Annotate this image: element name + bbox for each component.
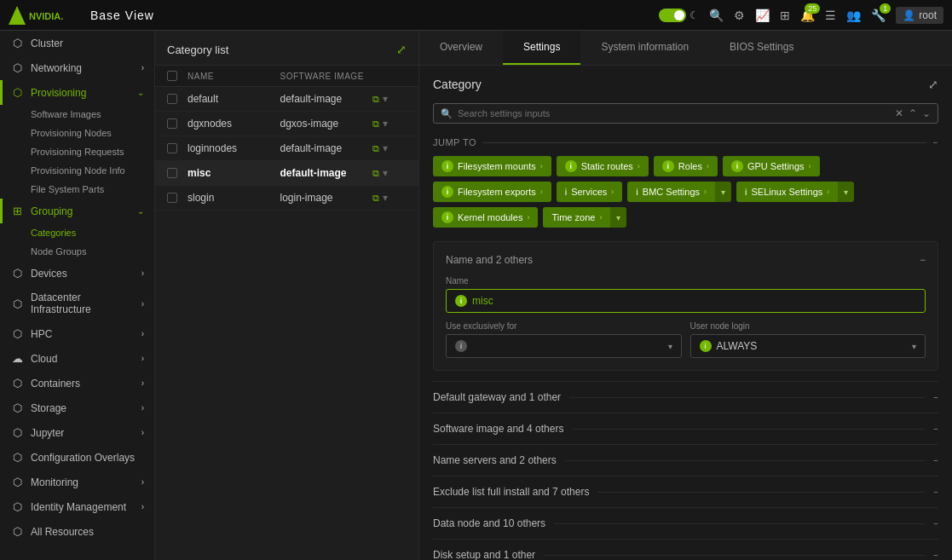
table-row[interactable]: dgxnodes dgxos-image ⧉ ▾ — [155, 112, 418, 136]
dropdown-arrow-icon[interactable]: ▾ — [912, 342, 916, 351]
collapse-icon[interactable]: − — [933, 393, 938, 402]
tab-bios[interactable]: BIOS Settings — [709, 31, 814, 65]
collapse-icon[interactable]: − — [933, 456, 938, 465]
collapse-icon[interactable]: − — [933, 488, 938, 497]
chip-kernel-modules[interactable]: i Kernel modules › — [433, 207, 538, 228]
sidebar-item-datacenter[interactable]: ⬡ Datacenter Infrastructure › — [0, 286, 154, 321]
chip-group-services[interactable]: i Services › — [557, 182, 623, 202]
sidebar-item-jupyter[interactable]: ⬡ Jupyter › — [0, 420, 154, 445]
chevron-up-icon[interactable]: ⌃ — [909, 107, 917, 119]
name-input[interactable] — [472, 295, 916, 307]
clear-icon[interactable]: ✕ — [895, 107, 903, 119]
more-icon[interactable]: ▾ — [383, 167, 388, 179]
search-input[interactable] — [458, 108, 895, 118]
grid-icon[interactable]: ⊞ — [780, 9, 790, 22]
chip-expand-button[interactable]: ▾ — [715, 182, 731, 202]
expand-icon[interactable]: ⤢ — [396, 43, 407, 56]
chip-services-main[interactable]: i Services › — [557, 182, 623, 202]
sidebar-item-cloud[interactable]: ☁ Cloud › — [0, 346, 154, 371]
sidebar-item-containers[interactable]: ⬡ Containers › — [0, 371, 154, 395]
select-all-checkbox[interactable] — [167, 71, 177, 81]
collapsible-header[interactable]: Software image and 4 others − — [433, 413, 938, 444]
sidebar-item-software-images[interactable]: Software Images — [31, 105, 154, 124]
sidebar-item-provisioning-requests[interactable]: Provisioning Requests — [31, 142, 154, 161]
collapse-icon[interactable]: − — [920, 254, 926, 266]
collapse-icon[interactable]: − — [933, 519, 938, 528]
sidebar-item-node-groups[interactable]: Node Groups — [31, 242, 154, 261]
name-input-wrapper[interactable]: i — [446, 289, 926, 313]
row-checkbox[interactable] — [167, 94, 177, 104]
theme-toggle[interactable]: ☾ — [659, 9, 699, 22]
collapse-icon[interactable]: − — [933, 551, 938, 560]
sidebar-item-provisioning-nodes[interactable]: Provisioning Nodes — [31, 124, 154, 142]
tab-system-info[interactable]: System information — [580, 31, 709, 65]
users-icon[interactable]: 👥 — [846, 9, 861, 22]
row-checkbox[interactable] — [167, 143, 177, 153]
sidebar-item-grouping[interactable]: ⊞ Grouping ⌄ — [0, 199, 154, 223]
more-icon[interactable]: ▾ — [383, 192, 388, 204]
collapsible-header[interactable]: Name servers and 2 others − — [433, 445, 938, 476]
more-icon[interactable]: ▾ — [383, 118, 388, 130]
sidebar-item-hpc[interactable]: ⬡ HPC › — [0, 321, 154, 346]
external-link-icon[interactable]: ⧉ — [372, 94, 379, 105]
sidebar-item-storage[interactable]: ⬡ Storage › — [0, 395, 154, 420]
more-icon[interactable]: ▾ — [383, 142, 388, 154]
table-row[interactable]: misc default-image ⧉ ▾ — [155, 161, 418, 186]
user-node-login-select[interactable]: i ALWAYS ▾ — [690, 334, 926, 358]
sidebar-item-categories[interactable]: Categories — [31, 223, 154, 242]
collapse-icon[interactable]: − — [933, 138, 938, 147]
external-link-icon[interactable]: ⧉ — [372, 193, 379, 204]
chip-selinux-main[interactable]: i SELinux Settings › — [736, 182, 838, 202]
collapse-icon[interactable]: − — [933, 424, 938, 434]
table-row[interactable]: loginnodes default-image ⧉ ▾ — [155, 136, 418, 161]
search-bar[interactable]: 🔍 ✕ ⌃ ⌄ — [433, 103, 938, 124]
external-link-icon[interactable]: ⧉ — [372, 168, 379, 179]
chip-bmc-main[interactable]: i BMC Settings › — [627, 182, 715, 202]
row-checkbox[interactable] — [167, 118, 177, 129]
chip-group-selinux[interactable]: i SELinux Settings › ▾ — [736, 182, 854, 202]
external-link-icon[interactable]: ⧉ — [372, 118, 379, 130]
chip-filesystem-exports[interactable]: i Filesystem exports › — [433, 182, 551, 202]
sidebar-item-config-overlays[interactable]: ⬡ Configuration Overlays — [0, 445, 154, 470]
sidebar-item-file-system-parts[interactable]: File System Parts — [31, 180, 154, 199]
chip-group-bmc[interactable]: i BMC Settings › ▾ — [627, 182, 731, 202]
chip-expand-button[interactable]: ▾ — [838, 182, 854, 202]
sidebar-item-monitoring[interactable]: ⬡ Monitoring › — [0, 470, 154, 494]
search-icon[interactable]: 🔍 — [709, 9, 724, 22]
more-icon[interactable]: ▾ — [383, 93, 388, 105]
sidebar-item-provisioning-node-info[interactable]: Provisioning Node Info — [31, 161, 154, 180]
sidebar-item-all-resources[interactable]: ⬡ All Resources — [0, 519, 154, 544]
dropdown-arrow-icon[interactable]: ▾ — [668, 342, 672, 351]
collapsible-header[interactable]: Exclude list full install and 7 others − — [433, 476, 938, 507]
chart-icon[interactable]: 📈 — [755, 9, 770, 22]
tab-overview[interactable]: Overview — [419, 31, 503, 65]
sidebar-item-provisioning[interactable]: ⬡ Provisioning ⌄ — [0, 80, 154, 105]
sidebar-item-networking[interactable]: ⬡ Networking › — [0, 55, 154, 80]
table-row[interactable]: slogin login-image ⧉ ▾ — [155, 186, 418, 211]
chip-gpu-settings[interactable]: i GPU Settings › — [723, 156, 820, 176]
table-row[interactable]: default default-image ⧉ ▾ — [155, 87, 418, 112]
collapsible-header[interactable]: Data node and 10 others − — [433, 508, 938, 539]
sidebar-item-devices[interactable]: ⬡ Devices › — [0, 261, 154, 286]
user-button[interactable]: 👤 root — [896, 7, 943, 24]
list-icon[interactable]: ☰ — [825, 9, 836, 22]
chevron-down-icon[interactable]: ⌄ — [922, 107, 931, 119]
external-link-icon[interactable]: ⧉ — [372, 143, 379, 154]
chip-timezone-main[interactable]: Time zone › — [543, 207, 610, 228]
row-checkbox[interactable] — [167, 168, 177, 178]
gear-icon[interactable]: ⚙ — [734, 9, 745, 22]
row-checkbox[interactable] — [167, 193, 177, 203]
chip-expand-button[interactable]: ▾ — [610, 207, 626, 228]
sidebar-item-cluster[interactable]: ⬡ Cluster — [0, 31, 154, 55]
collapsible-header[interactable]: Default gateway and 1 other − — [433, 382, 938, 413]
chip-filesystem-mounts[interactable]: i Filesystem mounts › — [433, 156, 551, 176]
chip-group-timezone[interactable]: Time zone › ▾ — [543, 207, 626, 228]
collapsible-header[interactable]: Disk setup and 1 other − — [433, 540, 938, 560]
use-exclusively-select[interactable]: i ▾ — [446, 334, 682, 358]
chip-static-routes[interactable]: i Static routes › — [557, 156, 649, 176]
expand-icon[interactable]: ⤢ — [928, 78, 938, 91]
chip-roles[interactable]: i Roles › — [654, 156, 718, 176]
tab-settings[interactable]: Settings — [503, 31, 580, 65]
tools-icon[interactable]: 🔧1 — [871, 9, 886, 22]
bell-icon[interactable]: 🔔25 — [800, 9, 815, 22]
